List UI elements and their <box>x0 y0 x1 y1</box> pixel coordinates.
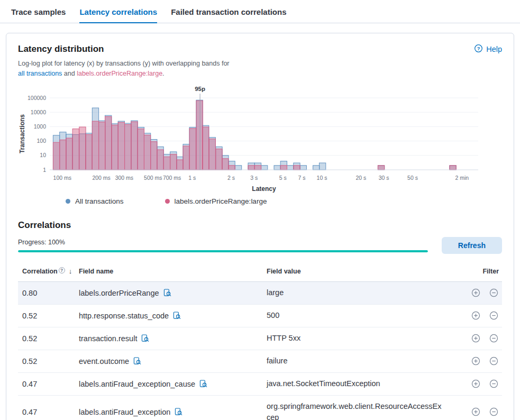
inspect-icon[interactable] <box>175 408 183 416</box>
svg-text:1000: 1000 <box>34 123 47 129</box>
order-price-range-link[interactable]: labels.orderPriceRange:large <box>77 70 162 77</box>
legend-label: All transactions <box>75 197 124 205</box>
svg-text:700 ms: 700 ms <box>163 175 181 181</box>
panel-title: Latency distribution <box>18 44 104 54</box>
latency-correlations-panel: Latency distribution ? Help Log-log plot… <box>6 33 514 420</box>
correlation-value: 0.80 <box>18 289 79 297</box>
field-value: org.springframework.web.client.ResourceA… <box>267 401 449 420</box>
svg-text:10: 10 <box>40 152 46 158</box>
svg-text:1 s: 1 s <box>188 175 196 181</box>
inspect-icon[interactable] <box>133 357 141 365</box>
svg-text:5 s: 5 s <box>279 175 287 181</box>
inspect-icon[interactable] <box>199 380 207 388</box>
legend-dot-blue <box>66 199 70 204</box>
svg-text:100 ms: 100 ms <box>53 175 71 181</box>
svg-text:?: ? <box>477 46 480 51</box>
correlations-title: Correlations <box>18 220 502 231</box>
help-link[interactable]: ? Help <box>474 44 502 54</box>
filter-include-icon[interactable] <box>471 288 481 298</box>
field-value: java.net.SocketTimeoutException <box>267 378 449 389</box>
field-name: transaction.result <box>79 334 137 343</box>
svg-text:300 ms: 300 ms <box>115 175 133 181</box>
svg-text:2 min: 2 min <box>455 175 469 181</box>
field-value: large <box>267 287 449 298</box>
filter-exclude-icon[interactable] <box>489 356 499 366</box>
inspect-icon[interactable] <box>141 334 149 342</box>
tab-trace-samples[interactable]: Trace samples <box>11 7 66 23</box>
table-row: 0.52transaction.resultHTTP 5xx <box>18 327 502 350</box>
chart-legend: All transactions labels.orderPriceRange:… <box>66 197 502 205</box>
svg-text:50 s: 50 s <box>407 175 418 181</box>
correlation-value: 0.47 <box>18 408 79 416</box>
svg-text:7 s: 7 s <box>298 175 305 181</box>
svg-text:10 s: 10 s <box>317 175 327 181</box>
header-correlation[interactable]: Correlation <box>22 268 58 275</box>
chart-description: Log-log plot for latency (x) by transact… <box>18 59 502 79</box>
svg-text:500 ms: 500 ms <box>144 175 162 181</box>
inspect-icon[interactable] <box>173 312 181 319</box>
all-transactions-link[interactable]: all transactions <box>18 70 62 77</box>
correlations-table-body: 0.80labels.orderPriceRangelarge0.52http.… <box>18 282 502 420</box>
filter-include-icon[interactable] <box>471 333 481 343</box>
legend-dot-pink <box>165 199 170 204</box>
field-name: http.response.status_code <box>79 312 169 320</box>
table-row: 0.47labels.antiFraud_exceptionorg.spring… <box>18 396 502 420</box>
svg-text:100000: 100000 <box>28 94 46 101</box>
help-label: Help <box>486 45 502 53</box>
table-row: 0.47labels.antiFraud_exception_causejava… <box>18 373 502 396</box>
svg-text:100: 100 <box>37 138 46 144</box>
tab-failed-transaction-correlations[interactable]: Failed transaction correlations <box>171 7 286 23</box>
header-filter: Filter <box>482 268 499 275</box>
field-value: HTTP 5xx <box>267 333 449 344</box>
legend-order-price-range[interactable]: labels.orderPriceRange:large <box>165 197 267 205</box>
field-name: event.outcome <box>79 357 129 366</box>
tab-bar: Trace samples Latency correlations Faile… <box>0 0 520 23</box>
svg-text:Latency: Latency <box>252 185 276 193</box>
correlation-value: 0.52 <box>18 357 79 366</box>
svg-text:3 s: 3 s <box>250 175 258 181</box>
table-row: 0.52event.outcomefailure <box>18 350 502 373</box>
description-line1: Log-log plot for latency (x) by transact… <box>18 60 230 67</box>
legend-label: labels.orderPriceRange:large <box>175 197 267 205</box>
header-field-value: Field value <box>267 267 449 276</box>
field-value: 500 <box>267 310 449 321</box>
latency-distribution-chart[interactable]: 110100100010000100000100 ms200 ms300 ms5… <box>18 85 488 193</box>
filter-exclude-icon[interactable] <box>489 311 499 321</box>
filter-include-icon[interactable] <box>471 356 481 366</box>
correlation-value: 0.47 <box>18 380 79 388</box>
filter-exclude-icon[interactable] <box>489 333 499 343</box>
progress-fill <box>18 250 428 252</box>
svg-text:30 s: 30 s <box>379 175 389 181</box>
help-icon: ? <box>474 44 483 54</box>
filter-exclude-icon[interactable] <box>489 288 499 298</box>
correlations-table: Correlation?↓ Field name Field value Fil… <box>18 263 502 420</box>
filter-include-icon[interactable] <box>471 311 481 321</box>
filter-include-icon[interactable] <box>471 379 481 389</box>
correlation-value: 0.52 <box>18 334 79 343</box>
description-period: . <box>162 70 164 77</box>
svg-text:1: 1 <box>43 166 46 172</box>
svg-text:20 s: 20 s <box>355 175 366 181</box>
inspect-icon[interactable] <box>163 289 171 297</box>
progress-bar <box>18 250 428 252</box>
filter-include-icon[interactable] <box>471 407 481 417</box>
refresh-button[interactable]: Refresh <box>442 237 502 254</box>
svg-text:Transactions: Transactions <box>19 114 26 153</box>
filter-exclude-icon[interactable] <box>489 379 499 389</box>
field-name: labels.orderPriceRange <box>79 289 159 297</box>
svg-text:200 ms: 200 ms <box>92 175 110 181</box>
table-row: 0.52http.response.status_code500 <box>18 305 502 327</box>
filter-exclude-icon[interactable] <box>489 407 499 417</box>
legend-all-transactions[interactable]: All transactions <box>66 197 124 205</box>
field-value: failure <box>267 355 449 367</box>
progress-label: Progress: 100% <box>18 239 428 246</box>
table-row: 0.80labels.orderPriceRangelarge <box>18 282 502 305</box>
svg-text:2 s: 2 s <box>227 175 235 181</box>
correlation-help-icon[interactable]: ? <box>59 267 65 273</box>
description-conjunction: and <box>62 70 77 77</box>
correlation-value: 0.52 <box>18 312 79 320</box>
sort-desc-icon[interactable]: ↓ <box>69 267 72 275</box>
tab-latency-correlations[interactable]: Latency correlations <box>79 7 157 23</box>
header-field-name: Field name <box>79 268 113 275</box>
field-name: labels.antiFraud_exception <box>79 408 170 416</box>
